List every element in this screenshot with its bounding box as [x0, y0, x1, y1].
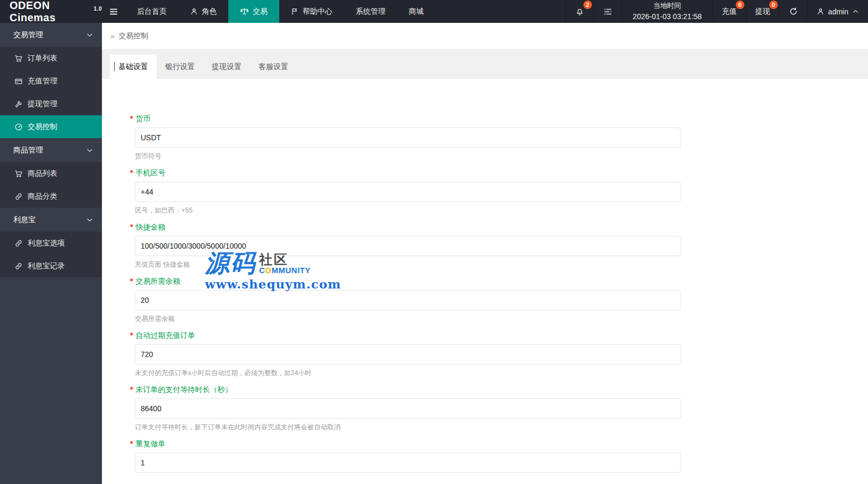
field-auto-expire-orders: * 自动过期充值订单 未支付的充值订单x小时后自动过期，必须为整数，如24小时 [135, 331, 681, 378]
hamburger-icon [109, 7, 118, 16]
sidebar-item-product-category[interactable]: 商品分类 [0, 185, 102, 208]
gauge-icon [14, 123, 23, 131]
sidebar-collapse-button[interactable] [102, 0, 125, 23]
topbar-right: 2 当地时间 2026-01-03 03:21:58 充值 0 提现 0 [565, 0, 868, 23]
refresh-icon [789, 7, 798, 16]
field-help-text [135, 477, 681, 484]
link-icon [14, 192, 23, 201]
tab-bar: 基础设置 银行设置 提现设置 客服设置 [102, 49, 868, 79]
sidebar: 交易管理 订单列表 充值管理 提现管理 交易控制 商品管理 商品列表 [0, 23, 102, 484]
sidebar-item-recharge-management[interactable]: 充值管理 [0, 70, 102, 92]
local-time: 当地时间 2026-01-03 03:21:58 [622, 0, 712, 23]
sidebar-item-label: 充值管理 [28, 77, 57, 86]
chevron-up-icon [852, 8, 859, 15]
sidebar-item-interest-records[interactable]: 利息宝记录 [0, 254, 102, 277]
withdraw-label: 提现 [755, 7, 770, 16]
withdraw-button[interactable]: 提现 0 [746, 0, 779, 23]
cart-icon [14, 169, 23, 178]
topnav-item-trade[interactable]: 交易 [228, 0, 279, 23]
recharge-badge: 0 [736, 1, 744, 9]
topnav-label: 帮助中心 [303, 7, 332, 16]
person-icon [190, 7, 198, 15]
field-label: * 重复做单 [135, 439, 681, 448]
topbar: ODEON Cinemas 1.0 后台首页 角色 交易 [0, 0, 868, 23]
field-payment-wait-time: * 未订单的支付等待时长（秒） 订单支付等待时长，新下订单未在此时间内容完成支付… [135, 385, 681, 432]
required-asterisk: * [130, 439, 133, 448]
sidebar-item-order-list[interactable]: 订单列表 [0, 47, 102, 70]
sidebar-group-label: 利息宝 [13, 215, 36, 225]
sidebar-item-label: 利息宝记录 [28, 261, 65, 271]
topnav-label: 系统管理 [356, 7, 385, 16]
link-icon [14, 262, 23, 270]
withdraw-badge: 0 [769, 1, 778, 9]
notification-badge: 2 [583, 1, 592, 9]
topnav-item-roles[interactable]: 角色 [178, 0, 228, 23]
phone-area-code-input[interactable] [135, 182, 681, 202]
tab-withdraw-settings[interactable]: 提现设置 [203, 55, 250, 79]
sidebar-item-label: 提现管理 [28, 99, 57, 109]
app-logo[interactable]: ODEON Cinemas 1.0 [0, 0, 102, 23]
tab-label: 银行设置 [165, 62, 195, 71]
topnav-item-system[interactable]: 系统管理 [344, 0, 397, 23]
required-asterisk: * [130, 331, 133, 340]
required-balance-input[interactable] [135, 290, 681, 310]
flag-icon [291, 7, 299, 15]
auto-expire-orders-input[interactable] [135, 344, 681, 364]
sidebar-group-trade-management[interactable]: 交易管理 [0, 23, 102, 47]
field-label: * 货币 [135, 114, 681, 123]
topnav-label: 角色 [202, 7, 217, 16]
local-time-value: 2026-01-03 03:21:58 [633, 11, 702, 22]
tab-service-settings[interactable]: 客服设置 [250, 55, 297, 79]
sidebar-item-interest-options[interactable]: 利息宝选项 [0, 232, 102, 254]
person-icon [817, 7, 824, 15]
currency-input[interactable] [135, 128, 681, 148]
sidebar-group-product-management[interactable]: 商品管理 [0, 138, 102, 162]
scales-icon [240, 7, 249, 16]
required-asterisk: * [130, 114, 133, 123]
field-help-text: 区号，如巴西：+55 [135, 206, 681, 215]
topnav-item-mall[interactable]: 商城 [397, 0, 435, 23]
layout-options-button[interactable] [594, 0, 622, 23]
quick-amounts-input[interactable] [135, 236, 681, 256]
card-icon [14, 77, 23, 86]
repeat-orders-input[interactable] [135, 453, 681, 473]
field-help-text: 充值页面 快捷金额 [135, 260, 681, 269]
sidebar-item-trade-control[interactable]: 交易控制 [0, 115, 102, 138]
sidebar-item-label: 交易控制 [28, 122, 57, 132]
sidebar-item-label: 利息宝选项 [28, 239, 65, 248]
topnav-item-home[interactable]: 后台首页 [125, 0, 178, 23]
tab-basic-settings[interactable]: 基础设置 [110, 55, 157, 79]
field-phone-area-code: * 手机区号 区号，如巴西：+55 [135, 168, 681, 215]
list-options-icon [603, 7, 613, 16]
main-content: » 交易控制 基础设置 银行设置 提现设置 客服设置 * 货币 货币符 [102, 23, 868, 484]
tab-bank-settings[interactable]: 银行设置 [157, 55, 203, 79]
recharge-label: 充值 [722, 7, 737, 16]
local-time-label: 当地时间 [654, 1, 681, 11]
field-label: * 交易所需余额 [135, 277, 681, 286]
chevron-down-icon [86, 147, 93, 154]
recharge-button[interactable]: 充值 0 [712, 0, 746, 23]
sidebar-group-label: 交易管理 [13, 30, 43, 40]
sidebar-item-label: 商品分类 [28, 192, 57, 201]
breadcrumb-marker-icon: » [110, 31, 115, 40]
username: admin [828, 7, 848, 16]
sidebar-item-withdraw-management[interactable]: 提现管理 [0, 92, 102, 115]
chevron-down-icon [86, 31, 93, 39]
topnav-item-help-center[interactable]: 帮助中心 [279, 0, 344, 23]
payment-wait-time-input[interactable] [135, 398, 681, 419]
tab-label: 客服设置 [259, 62, 288, 71]
field-label: * 自动过期充值订单 [135, 331, 681, 340]
notifications-button[interactable]: 2 [565, 0, 594, 23]
sidebar-item-label: 商品列表 [28, 169, 57, 179]
field-currency: * 货币 货币符号 [135, 114, 681, 161]
topnav-label: 后台首页 [137, 7, 167, 16]
sidebar-group-label: 商品管理 [13, 146, 43, 155]
user-menu[interactable]: admin [807, 0, 868, 23]
refresh-button[interactable] [779, 0, 807, 23]
field-label: * 快捷金额 [135, 223, 681, 232]
field-help-text: 未支付的充值订单x小时后自动过期，必须为整数，如24小时 [135, 369, 681, 378]
sidebar-group-interest-treasure[interactable]: 利息宝 [0, 208, 102, 232]
app-version: 1.0 [94, 6, 102, 12]
link-icon [14, 239, 23, 248]
sidebar-item-product-list[interactable]: 商品列表 [0, 162, 102, 185]
